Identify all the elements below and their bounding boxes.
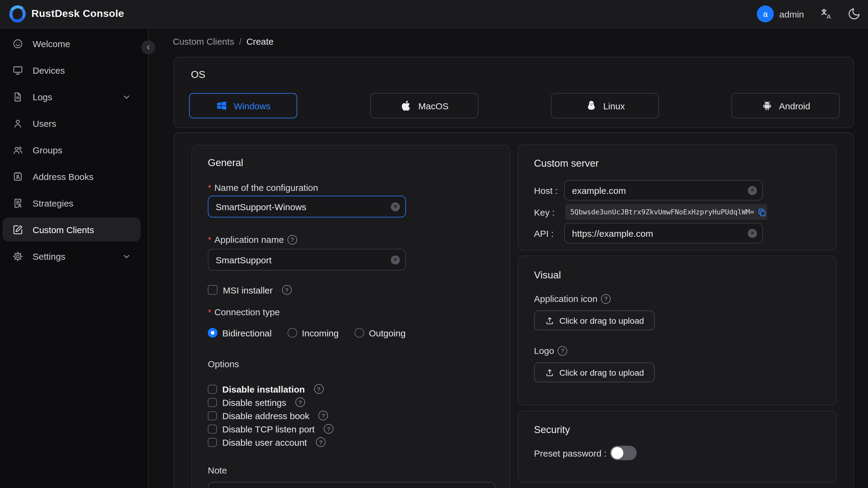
disable-address-book-checkbox[interactable]	[208, 411, 217, 420]
username-label[interactable]: admin	[779, 9, 804, 19]
config-name-field: ×	[208, 196, 406, 217]
preset-password-label: Preset password :	[534, 448, 607, 458]
application-name-input[interactable]	[216, 254, 389, 265]
os-card: OS Windows MacOS	[173, 57, 854, 128]
os-button-linux[interactable]: Linux	[551, 93, 659, 118]
radio-unselected-icon[interactable]	[354, 328, 364, 338]
breadcrumb-separator: /	[239, 36, 241, 47]
top-bar: RustDesk Console a admin A	[0, 0, 868, 28]
os-button-android[interactable]: Android	[732, 93, 840, 118]
config-name-input[interactable]	[216, 202, 389, 212]
os-button-macos[interactable]: MacOS	[370, 93, 478, 118]
logo-label: Logo ?	[534, 345, 567, 356]
sidebar-item-users[interactable]: Users	[0, 111, 148, 135]
required-marker: *	[208, 182, 211, 193]
help-icon[interactable]: ?	[558, 346, 567, 356]
clear-config-name-icon[interactable]: ×	[391, 202, 400, 211]
header-actions: a admin A	[757, 0, 861, 28]
sidebar-nav: Welcome Devices Logs	[0, 28, 149, 488]
app-title: RustDesk Console	[31, 0, 124, 28]
help-icon[interactable]: ?	[601, 294, 611, 304]
host-label: Host :	[534, 185, 558, 196]
sidebar-item-devices[interactable]: Devices	[0, 58, 148, 82]
help-icon[interactable]: ?	[319, 411, 328, 420]
msi-installer-checkbox[interactable]	[208, 285, 217, 295]
toggle-knob	[611, 447, 623, 459]
os-section-title: OS	[191, 69, 205, 80]
disable-user-account-checkbox[interactable]	[208, 437, 217, 447]
api-label: API :	[534, 228, 554, 239]
visual-title: Visual	[534, 269, 561, 281]
option-disable-tcp-listen-port: Disable TCP listen port ?	[208, 423, 334, 434]
android-robot-icon	[761, 100, 773, 112]
radio-selected-icon[interactable]	[208, 328, 217, 338]
user-avatar[interactable]: a	[757, 5, 774, 22]
note-field	[208, 482, 495, 488]
clear-api-icon[interactable]: ×	[748, 228, 757, 238]
clear-application-name-icon[interactable]: ×	[391, 255, 400, 264]
radio-incoming[interactable]: Incoming	[287, 328, 339, 338]
rustdesk-logo-icon	[8, 5, 27, 23]
help-icon[interactable]: ?	[282, 285, 291, 295]
api-input[interactable]	[572, 228, 745, 238]
gear-icon	[12, 250, 24, 262]
help-icon[interactable]: ?	[324, 424, 334, 434]
windows-logo-icon	[216, 100, 228, 112]
radio-outgoing[interactable]: Outgoing	[354, 328, 406, 338]
disable-tcp-listen-port-checkbox[interactable]	[208, 424, 217, 433]
application-name-field: ×	[208, 249, 406, 271]
sidebar-item-strategies[interactable]: Strategies	[0, 191, 148, 215]
breadcrumb-parent[interactable]: Custom Clients	[173, 36, 234, 47]
key-value: 5Qbwsde3unUcJBtrx9ZkvUmwFNoExHzpryHuPUdq…	[570, 208, 754, 216]
language-switch-icon[interactable]: A	[820, 7, 833, 21]
option-disable-address-book: Disable address book ?	[208, 410, 328, 421]
help-icon[interactable]: ?	[314, 384, 323, 394]
custom-server-title: Custom server	[534, 158, 599, 169]
option-disable-user-account: Disable user account ?	[208, 437, 326, 448]
disable-installation-checkbox[interactable]	[208, 385, 217, 394]
sidebar-item-custom-clients[interactable]: Custom Clients	[2, 217, 141, 242]
help-icon[interactable]: ?	[296, 397, 305, 407]
preset-password-toggle[interactable]	[610, 446, 637, 460]
option-disable-installation: Disable installation ?	[208, 384, 323, 394]
general-title: General	[208, 157, 243, 169]
copy-icon[interactable]	[757, 208, 766, 216]
upload-icon	[545, 367, 555, 377]
application-name-label: * Application name ?	[208, 234, 297, 245]
host-input[interactable]	[572, 185, 745, 195]
group-icon	[12, 144, 24, 155]
dark-mode-toggle-icon[interactable]	[847, 7, 861, 21]
options-label: Options	[208, 359, 239, 369]
required-marker: *	[208, 307, 211, 317]
os-button-windows[interactable]: Windows	[189, 93, 297, 118]
sidebar-item-welcome[interactable]: Welcome	[0, 31, 148, 56]
form-container-card: General * Name of the configuration × * …	[173, 132, 854, 488]
sidebar-item-settings[interactable]: Settings	[0, 244, 148, 268]
general-card: General * Name of the configuration × * …	[191, 145, 510, 488]
upload-icon	[545, 315, 555, 325]
clear-host-icon[interactable]: ×	[748, 186, 757, 195]
policy-document-icon	[12, 197, 24, 209]
apple-logo-icon	[400, 100, 412, 112]
msi-installer-row: MSI installer ?	[208, 284, 291, 295]
sidebar-item-logs[interactable]: Logs	[0, 85, 148, 109]
smiley-icon	[12, 38, 24, 49]
rustdesk-console-page: RustDesk Console a admin A	[0, 0, 868, 488]
help-icon[interactable]: ?	[316, 437, 326, 447]
radio-bidirectional[interactable]: Bidirectional	[208, 328, 272, 338]
application-icon-upload-button[interactable]: Click or drag to upload	[534, 310, 655, 330]
address-book-icon	[12, 171, 24, 182]
sidebar-item-address-books[interactable]: Address Books	[0, 164, 148, 188]
breadcrumb: Custom Clients / Create	[173, 36, 274, 47]
radio-unselected-icon[interactable]	[287, 328, 297, 338]
monitor-icon	[12, 64, 24, 76]
host-field: ×	[564, 180, 763, 201]
logo-upload-button[interactable]: Click or drag to upload	[534, 362, 655, 382]
linux-penguin-icon	[585, 100, 597, 112]
help-icon[interactable]: ?	[287, 235, 297, 244]
disable-settings-checkbox[interactable]	[208, 398, 217, 407]
document-icon	[12, 91, 24, 102]
sidebar-collapse-button[interactable]	[141, 40, 155, 54]
sidebar-item-groups[interactable]: Groups	[0, 138, 148, 162]
connection-type-label: * Connection type	[208, 307, 280, 317]
